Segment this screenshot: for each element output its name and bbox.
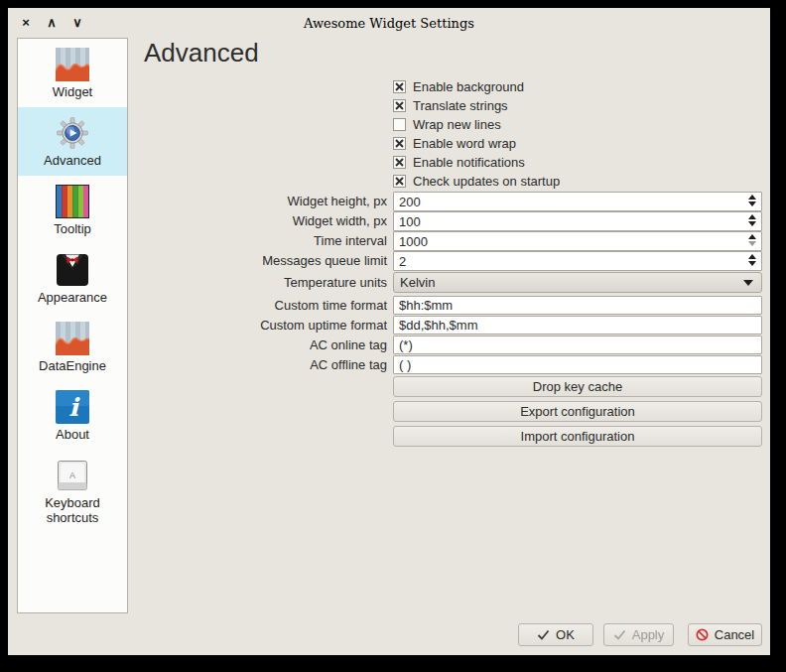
checkbox-box[interactable]	[393, 80, 406, 93]
chart-icon	[56, 48, 89, 81]
spin-down-icon[interactable]	[748, 241, 756, 246]
widget-width-row: Widget width, px	[8, 211, 762, 231]
spin-down-icon[interactable]	[748, 261, 756, 266]
custom-uptime-format-row: Custom uptime format	[8, 316, 762, 335]
temperature-units-select[interactable]: Kelvin	[393, 272, 762, 293]
sidebar-item-keyboard-shortcuts[interactable]: A Keyboard shortcuts	[18, 450, 127, 533]
temperature-units-label: Temperature units	[8, 272, 387, 293]
spinner-arrows[interactable]	[748, 214, 756, 226]
settings-window: × ∧ ∨ Awesome Widget Settings Widget	[8, 8, 770, 655]
messages-queue-limit-label: Messages queue limit	[8, 251, 387, 271]
keyboard-key-icon: A	[56, 459, 89, 492]
checkbox-label: Translate strings	[413, 98, 508, 113]
custom-time-format-row: Custom time format	[8, 296, 762, 315]
checkbox-box[interactable]	[393, 99, 406, 112]
checkbox-label: Enable notifications	[413, 155, 525, 170]
checkbox-label: Wrap new lines	[413, 117, 501, 132]
spinner-arrows[interactable]	[748, 195, 756, 206]
spin-up-icon[interactable]	[748, 234, 756, 239]
checkbox-enable-notifications[interactable]: Enable notifications	[393, 153, 560, 172]
checkbox-enable-word-wrap[interactable]: Enable word wrap	[393, 134, 560, 153]
checkbox-check-updates-on-startup[interactable]: Check updates on startup	[393, 172, 560, 191]
svg-text:A: A	[69, 470, 75, 480]
chevron-down-icon	[743, 280, 753, 286]
sidebar-item-label: Keyboard shortcuts	[22, 495, 123, 525]
messages-queue-limit-spinbox[interactable]	[393, 251, 762, 271]
import-configuration-button[interactable]: Import configuration	[393, 426, 762, 447]
gear-media-icon	[56, 116, 89, 150]
checkbox-group: Enable background Translate strings Wrap…	[393, 77, 560, 191]
custom-uptime-format-field[interactable]	[393, 316, 762, 335]
checkbox-box[interactable]	[393, 175, 406, 188]
widget-height-spinbox[interactable]	[393, 192, 762, 211]
ac-online-tag-field[interactable]	[393, 336, 762, 354]
checkbox-label: Check updates on startup	[413, 174, 560, 189]
sidebar-item-label: Widget	[22, 84, 123, 99]
widget-height-label: Widget height, px	[8, 192, 387, 211]
widget-width-spinbox[interactable]	[393, 211, 762, 231]
check-icon	[537, 629, 550, 640]
spinner-arrows[interactable]	[748, 254, 756, 266]
cancel-button-label: Cancel	[715, 627, 754, 642]
close-icon[interactable]: ×	[18, 13, 34, 31]
checkbox-translate-strings[interactable]: Translate strings	[393, 96, 560, 115]
combobox-value: Kelvin	[400, 275, 743, 290]
page-title: Advanced	[144, 38, 259, 67]
checkbox-enable-background[interactable]: Enable background	[393, 77, 560, 96]
custom-uptime-format-label: Custom uptime format	[8, 316, 387, 335]
shade-down-icon[interactable]: ∨	[69, 13, 85, 31]
ok-button[interactable]: OK	[518, 623, 593, 646]
sidebar-item-about[interactable]: i About	[18, 381, 127, 450]
drop-key-cache-button[interactable]: Drop key cache	[393, 376, 762, 397]
cancel-icon	[696, 628, 709, 641]
ok-button-label: OK	[556, 627, 575, 642]
export-configuration-button[interactable]: Export configuration	[393, 401, 762, 422]
spin-up-icon[interactable]	[748, 195, 756, 200]
time-interval-label: Time interval	[8, 231, 387, 251]
widget-height-row: Widget height, px	[8, 192, 762, 211]
spin-up-icon[interactable]	[748, 254, 756, 259]
checkbox-label: Enable background	[413, 79, 524, 94]
messages-queue-limit-row: Messages queue limit	[8, 251, 762, 271]
cancel-button[interactable]: Cancel	[688, 623, 762, 646]
check-icon	[613, 629, 626, 640]
widget-width-label: Widget width, px	[8, 211, 387, 231]
info-icon: i	[56, 390, 89, 424]
custom-time-format-label: Custom time format	[8, 296, 387, 315]
ac-offline-tag-label: AC offline tag	[8, 355, 387, 374]
checkbox-box[interactable]	[393, 118, 406, 131]
window-controls: × ∧ ∨	[18, 13, 85, 31]
checkbox-box[interactable]	[393, 137, 406, 150]
ac-online-tag-label: AC online tag	[8, 336, 387, 354]
spin-down-icon[interactable]	[748, 221, 756, 226]
custom-time-format-field[interactable]	[393, 296, 762, 315]
temperature-units-row: Temperature units Kelvin	[8, 272, 762, 293]
apply-button-label: Apply	[632, 627, 665, 642]
sidebar-item-widget[interactable]: Widget	[18, 39, 127, 107]
spin-up-icon[interactable]	[748, 214, 756, 219]
ac-offline-tag-row: AC offline tag	[8, 355, 762, 374]
titlebar: × ∧ ∨ Awesome Widget Settings	[8, 8, 770, 38]
checkbox-box[interactable]	[393, 156, 406, 169]
checkbox-label: Enable word wrap	[413, 136, 516, 151]
apply-button[interactable]: Apply	[603, 623, 674, 646]
spinner-arrows[interactable]	[748, 234, 756, 246]
ac-offline-tag-field[interactable]	[393, 355, 762, 374]
sidebar-item-label: About	[22, 427, 123, 442]
time-interval-row: Time interval	[8, 231, 762, 251]
sidebar-item-advanced[interactable]: Advanced	[18, 107, 127, 176]
spin-down-icon[interactable]	[748, 202, 756, 206]
window-title: Awesome Widget Settings	[8, 8, 770, 31]
checkbox-wrap-new-lines[interactable]: Wrap new lines	[393, 115, 560, 134]
sidebar-item-label: Advanced	[22, 153, 123, 168]
shade-up-icon[interactable]: ∧	[44, 13, 60, 31]
ac-online-tag-row: AC online tag	[8, 336, 762, 354]
time-interval-spinbox[interactable]	[393, 231, 762, 251]
